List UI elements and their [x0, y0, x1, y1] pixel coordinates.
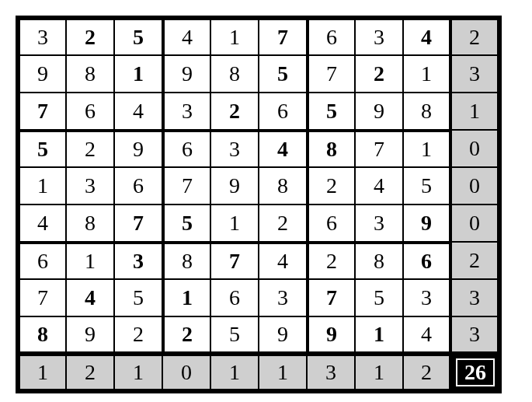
grid-cell: 3	[355, 18, 403, 55]
grid-cell: 4	[355, 167, 403, 204]
grid-cell: 7	[307, 55, 355, 93]
grid-cell: 4	[403, 316, 451, 354]
grid-cell: 2	[307, 242, 355, 279]
grid-cell: 2	[355, 55, 403, 93]
grid-cell: 6	[210, 279, 259, 316]
grid-cell: 6	[66, 93, 114, 130]
grid-cell: 1	[403, 130, 451, 167]
row-sum: 3	[451, 55, 499, 93]
grid-cell: 3	[355, 204, 403, 242]
grid-cell: 7	[210, 242, 259, 279]
grid-cell: 9	[18, 55, 66, 93]
grid-cell: 6	[307, 204, 355, 242]
grid-cell: 7	[18, 279, 66, 316]
grid-cell: 4	[66, 279, 114, 316]
grid-cell: 4	[114, 93, 162, 130]
grid-cell: 4	[403, 18, 451, 55]
grid-cell: 7	[307, 279, 355, 316]
grid-cell: 6	[114, 167, 162, 204]
col-sum: 1	[114, 354, 162, 391]
grid-cell: 9	[307, 316, 355, 354]
col-sum: 2	[403, 354, 451, 391]
grid-cell: 3	[66, 167, 114, 204]
grid-cell: 5	[210, 316, 259, 354]
grid-cell: 7	[162, 167, 210, 204]
grid-cell: 8	[18, 316, 66, 354]
row-sum: 2	[451, 18, 499, 55]
grid-cell: 8	[66, 204, 114, 242]
grid-cell: 8	[259, 167, 307, 204]
grid-cell: 8	[307, 130, 355, 167]
col-sum: 1	[355, 354, 403, 391]
col-sum: 2	[66, 354, 114, 391]
grid-cell: 3	[403, 279, 451, 316]
grid-cell: 7	[259, 18, 307, 55]
row-sum: 0	[451, 204, 499, 242]
grid-cell: 6	[18, 242, 66, 279]
grid-cell: 4	[162, 18, 210, 55]
grid-cell: 3	[210, 130, 259, 167]
grid-cell: 6	[307, 18, 355, 55]
grid-cell: 5	[18, 130, 66, 167]
sudoku-sum-grid: 3254176342981985721376432659815296348710…	[16, 16, 502, 393]
grid-cell: 1	[403, 55, 451, 93]
row-sum: 1	[451, 93, 499, 130]
grid-cell: 8	[66, 55, 114, 93]
grid-cell: 1	[355, 316, 403, 354]
grid-cell: 5	[307, 93, 355, 130]
grid-cell: 7	[355, 130, 403, 167]
col-sum: 0	[162, 354, 210, 391]
col-sum: 1	[18, 354, 66, 391]
grid-cell: 8	[162, 242, 210, 279]
grid-cell: 3	[162, 93, 210, 130]
grid-cell: 2	[66, 18, 114, 55]
grid-cell: 6	[259, 93, 307, 130]
grid-cell: 4	[18, 204, 66, 242]
grid-cell: 5	[114, 279, 162, 316]
grid-cell: 6	[403, 242, 451, 279]
grid-cell: 5	[355, 279, 403, 316]
grid-cell: 9	[114, 130, 162, 167]
grid-cell: 1	[114, 55, 162, 93]
grid-cell: 8	[210, 55, 259, 93]
col-sum: 3	[307, 354, 355, 391]
row-sum: 0	[451, 130, 499, 167]
grid-cell: 2	[162, 316, 210, 354]
grid-cell: 4	[259, 242, 307, 279]
grid-cell: 1	[162, 279, 210, 316]
grid-cell: 9	[210, 167, 259, 204]
row-sum: 2	[451, 242, 499, 279]
grid-cell: 9	[66, 316, 114, 354]
grid-cell: 2	[307, 167, 355, 204]
grid-cell: 9	[259, 316, 307, 354]
grid-cell: 3	[114, 242, 162, 279]
grid-cell: 1	[210, 18, 259, 55]
grand-total: 26	[451, 354, 499, 391]
col-sum: 1	[210, 354, 259, 391]
grid-cell: 1	[66, 242, 114, 279]
grid-cell: 3	[259, 279, 307, 316]
grid-cell: 1	[18, 167, 66, 204]
grid-cell: 3	[18, 18, 66, 55]
grid-cell: 6	[162, 130, 210, 167]
col-sum: 1	[259, 354, 307, 391]
grid-cell: 9	[403, 204, 451, 242]
grid-cell: 2	[114, 316, 162, 354]
row-sum: 3	[451, 316, 499, 354]
grid-cell: 2	[66, 130, 114, 167]
grid-cell: 5	[259, 55, 307, 93]
grid-cell: 7	[114, 204, 162, 242]
grid-cell: 8	[403, 93, 451, 130]
row-sum: 3	[451, 279, 499, 316]
row-sum: 0	[451, 167, 499, 204]
grid-cell: 5	[114, 18, 162, 55]
grid-cell: 9	[162, 55, 210, 93]
grid-cell: 7	[18, 93, 66, 130]
grid-cell: 9	[355, 93, 403, 130]
grid-cell: 5	[403, 167, 451, 204]
grid-cell: 5	[162, 204, 210, 242]
grid-cell: 1	[210, 204, 259, 242]
grid-cell: 8	[355, 242, 403, 279]
grid-cell: 4	[259, 130, 307, 167]
grid-cell: 2	[259, 204, 307, 242]
